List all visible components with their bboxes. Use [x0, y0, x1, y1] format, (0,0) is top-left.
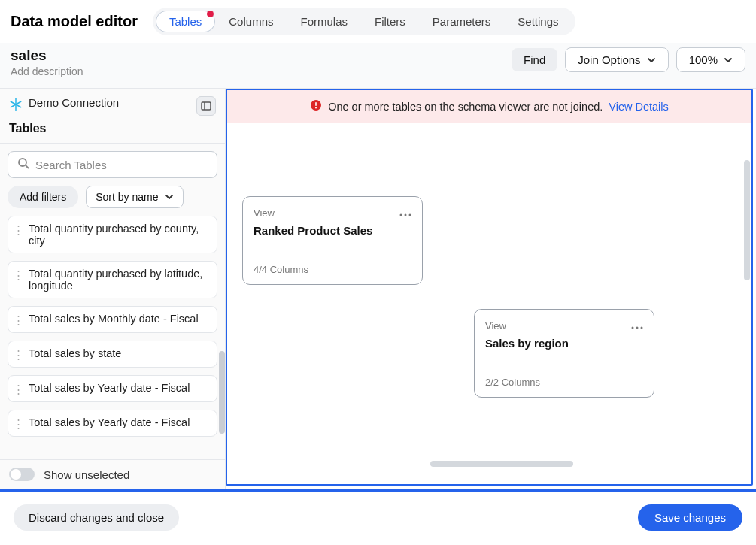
svg-line-6: [26, 165, 29, 168]
drag-handle-icon[interactable]: ⋮: [13, 383, 24, 395]
table-item-label: Total sales by Yearly date - Fiscal: [29, 382, 190, 394]
table-item-label: Total sales by Monthly date - Fiscal: [29, 313, 199, 325]
node-menu-button[interactable]: [399, 206, 411, 220]
search-input[interactable]: [35, 159, 208, 171]
join-options-label: Join Options: [578, 53, 640, 66]
tab-formulas[interactable]: Formulas: [287, 11, 361, 32]
drag-handle-icon[interactable]: ⋮: [13, 314, 24, 326]
tab-filters[interactable]: Filters: [361, 11, 419, 32]
table-item[interactable]: ⋮ Total quantity purchased by latitude, …: [8, 261, 217, 298]
model-name[interactable]: sales: [11, 47, 83, 64]
zoom-button[interactable]: 100%: [676, 47, 745, 72]
sidebar: Demo Connection Tables: [0, 89, 226, 489]
table-item-label: Total sales by state: [29, 347, 121, 359]
chevron-down-icon: [165, 192, 174, 201]
save-button[interactable]: Save changes: [638, 504, 742, 531]
show-unselected-label: Show unselected: [44, 468, 129, 481]
svg-point-5: [19, 159, 26, 166]
drag-handle-icon[interactable]: ⋮: [13, 349, 24, 361]
tab-settings[interactable]: Settings: [504, 11, 572, 32]
connection-name: Demo Connection: [29, 96, 119, 109]
tables-heading: Tables: [0, 119, 225, 144]
horizontal-scrollbar[interactable]: [430, 461, 573, 467]
zoom-label: 100%: [689, 53, 718, 66]
schema-node[interactable]: View Sales by region 2/2 Columns: [474, 309, 654, 398]
table-item-label: Total quantity purchased by county, city: [29, 223, 209, 247]
chevron-down-icon: [647, 56, 656, 65]
svg-point-9: [315, 107, 317, 109]
svg-rect-3: [202, 102, 211, 110]
tab-group: Tables Columns Formulas Filters Paramete…: [153, 8, 575, 35]
table-item-label: Total sales by Yearly date - Fiscal: [29, 416, 190, 428]
tab-parameters[interactable]: Parameters: [419, 11, 505, 32]
table-item[interactable]: ⋮ Total sales by Yearly date - Fiscal: [8, 375, 217, 402]
model-description[interactable]: Add description: [11, 65, 83, 77]
svg-point-14: [636, 327, 639, 329]
chevron-down-icon: [724, 56, 733, 65]
show-unselected-toggle[interactable]: [9, 468, 35, 481]
node-type-label: View: [485, 320, 506, 332]
schema-canvas[interactable]: One or more tables on the schema viewer …: [226, 89, 753, 486]
node-columns-count: 2/2 Columns: [485, 377, 643, 388]
svg-point-13: [632, 327, 634, 329]
node-menu-button[interactable]: [631, 319, 643, 332]
table-item-label: Total quantity purchased by latitude, lo…: [29, 268, 209, 292]
warning-text: One or more tables on the schema viewer …: [328, 101, 603, 113]
svg-point-12: [409, 214, 411, 216]
drag-handle-icon[interactable]: ⋮: [13, 224, 24, 236]
table-item[interactable]: ⋮ Total sales by state: [8, 341, 217, 368]
drag-handle-icon[interactable]: ⋮: [13, 269, 24, 281]
svg-rect-8: [315, 102, 317, 106]
table-item[interactable]: ⋮ Total sales by Yearly date - Fiscal: [8, 410, 217, 437]
node-title: Ranked Product Sales: [254, 224, 411, 237]
drag-handle-icon[interactable]: ⋮: [13, 418, 24, 430]
panel-toggle-button[interactable]: [196, 96, 216, 116]
node-title: Sales by region: [485, 337, 643, 350]
sort-label: Sort by name: [96, 191, 158, 203]
search-icon: [17, 157, 29, 172]
table-list: ⋮ Total quantity purchased by county, ci…: [0, 216, 225, 459]
node-columns-count: 4/4 Columns: [254, 264, 411, 275]
snowflake-icon: [9, 98, 23, 114]
vertical-scrollbar[interactable]: [744, 160, 750, 280]
warning-icon: [310, 99, 322, 114]
node-type-label: View: [254, 207, 275, 219]
tab-columns[interactable]: Columns: [215, 11, 287, 32]
warning-banner: One or more tables on the schema viewer …: [227, 90, 751, 123]
table-item[interactable]: ⋮ Total sales by Monthly date - Fiscal: [8, 306, 217, 333]
unsaved-dot-icon: [207, 11, 214, 17]
find-button[interactable]: Find: [512, 48, 557, 71]
scrollbar[interactable]: [219, 351, 225, 434]
table-item[interactable]: ⋮ Total quantity purchased by county, ci…: [8, 216, 217, 253]
join-options-button[interactable]: Join Options: [565, 47, 668, 72]
sort-button[interactable]: Sort by name: [86, 186, 183, 208]
warning-view-details-link[interactable]: View Details: [609, 101, 669, 113]
tab-tables[interactable]: Tables: [156, 11, 215, 32]
tab-tables-label: Tables: [169, 15, 202, 28]
add-filters-button[interactable]: Add filters: [8, 186, 78, 208]
page-title: Data model editor: [11, 13, 138, 30]
svg-point-10: [400, 214, 402, 216]
discard-button[interactable]: Discard changes and close: [14, 504, 179, 531]
search-box[interactable]: [8, 151, 217, 178]
svg-point-15: [641, 327, 643, 329]
schema-node[interactable]: View Ranked Product Sales 4/4 Columns: [242, 196, 423, 285]
svg-point-11: [405, 214, 407, 216]
